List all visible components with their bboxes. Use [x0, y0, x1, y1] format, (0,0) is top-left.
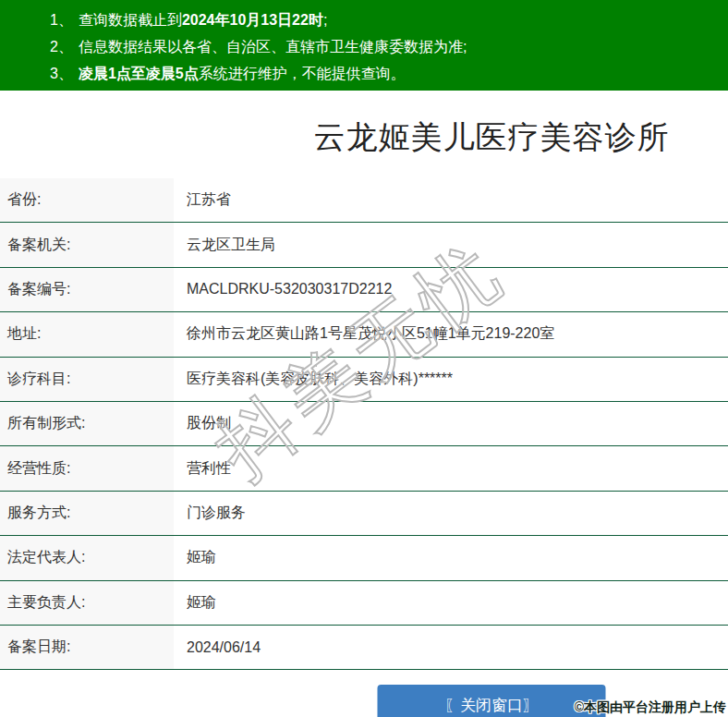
notice-text: 信息数据结果以各省、自治区、直辖市卫生健康委数据为准;: [79, 39, 467, 55]
notice-text-bold: 2024年10月13日22时: [182, 12, 323, 28]
notice-line: 1、查询数据截止到2024年10月13日22时;: [50, 6, 719, 33]
table-row: 法定代表人: 姬瑜: [0, 536, 728, 580]
table-row: 备案机关: 云龙区卫生局: [0, 223, 728, 267]
row-label: 主要负责人:: [0, 581, 174, 625]
close-window-button[interactable]: 〖关闭窗口〗: [378, 685, 606, 717]
row-value: 股份制: [174, 402, 231, 445]
table-row: 经营性质: 营利性: [0, 446, 728, 491]
row-value: 云龙区卫生局: [174, 223, 275, 266]
table-row: 备案编号: MACLDRKU-532030317D2212: [0, 268, 728, 312]
table-row: 主要负责人: 姬瑜: [0, 581, 728, 626]
row-value: 姬瑜: [174, 536, 216, 579]
notice-banner: 1、查询数据截止到2024年10月13日22时; 2、信息数据结果以各省、自治区…: [0, 0, 728, 91]
row-label: 法定代表人:: [0, 536, 174, 579]
notice-line: 2、信息数据结果以各省、自治区、直辖市卫生健康委数据为准;: [50, 33, 719, 60]
row-label: 诊疗科目:: [0, 358, 174, 401]
notice-marker: 1、: [50, 12, 73, 28]
row-label: 备案机关:: [0, 223, 174, 266]
upload-copyright-stamp: ©本图由平台注册用户上传: [575, 699, 726, 716]
row-label: 备案日期:: [0, 626, 174, 669]
table-row: 服务方式: 门诊服务: [0, 492, 728, 536]
notice-text: 系统进行维护，不能提供查询。: [199, 66, 406, 81]
row-value: 徐州市云龙区黄山路1号星茂悦小区51幢1单元219-220室: [174, 312, 554, 356]
row-value: 江苏省: [174, 178, 231, 222]
table-row: 省份: 江苏省: [0, 178, 728, 223]
row-label: 经营性质:: [0, 446, 174, 490]
row-value: 2024/06/14: [174, 626, 261, 669]
table-row: 诊疗科目: 医疗美容科(美容皮肤科、美容外科)******: [0, 358, 728, 402]
notice-text-bold: 凌晨1点至凌晨5点: [79, 66, 199, 81]
row-label: 地址:: [0, 312, 174, 356]
notice-line: 3、凌晨1点至凌晨5点系统进行维护，不能提供查询。: [50, 60, 719, 87]
row-value: 营利性: [174, 446, 231, 490]
row-label: 服务方式:: [0, 492, 174, 535]
result-page: 云龙姬美儿医疗美容诊所 省份: 江苏省 备案机关: 云龙区卫生局 备案编号: M…: [0, 91, 728, 670]
table-row: 地址: 徐州市云龙区黄山路1号星茂悦小区51幢1单元219-220室: [0, 312, 728, 357]
row-label: 所有制形式:: [0, 402, 174, 445]
notice-marker: 3、: [50, 66, 73, 81]
row-label: 备案编号:: [0, 268, 174, 311]
table-row: 备案日期: 2024/06/14: [0, 626, 728, 670]
notice-text: 查询数据截止到: [79, 12, 182, 28]
row-label: 省份:: [0, 178, 174, 222]
page-title: 云龙姬美儿医疗美容诊所: [0, 91, 728, 178]
notice-marker: 2、: [50, 39, 73, 55]
info-table: 省份: 江苏省 备案机关: 云龙区卫生局 备案编号: MACLDRKU-5320…: [0, 178, 728, 670]
row-value: 门诊服务: [174, 492, 246, 535]
row-value: MACLDRKU-532030317D2212: [174, 268, 392, 311]
notice-text: ;: [323, 12, 327, 28]
table-row: 所有制形式: 股份制: [0, 402, 728, 446]
row-value: 医疗美容科(美容皮肤科、美容外科)******: [174, 358, 453, 401]
row-value: 姬瑜: [174, 581, 216, 625]
